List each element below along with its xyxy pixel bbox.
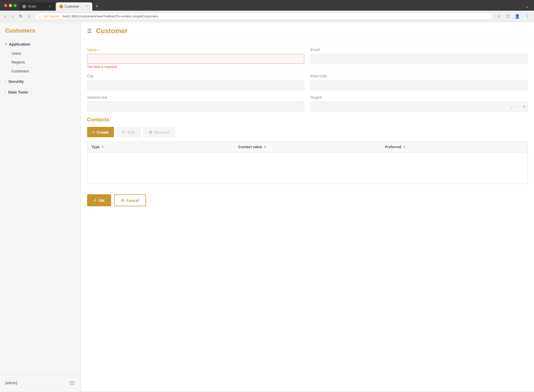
contacts-table: Type ⇅ Contact value ⇅ Preferred ⇅ <box>87 141 528 184</box>
profile-button[interactable]: 👤 <box>513 13 521 20</box>
address-label: Address line <box>87 95 304 99</box>
name-input[interactable] <box>87 54 304 64</box>
tab-order-close[interactable]: ✕ <box>47 4 52 9</box>
home-button[interactable]: ⌂ <box>27 13 32 20</box>
tab-order[interactable]: Order ✕ <box>19 2 55 11</box>
nav-group-security-header[interactable]: › Security <box>0 77 81 86</box>
bookmark-button[interactable]: ☆ <box>495 13 502 20</box>
new-tab-button[interactable]: + <box>93 2 101 11</box>
traffic-light-red[interactable] <box>4 4 7 7</box>
hamburger-button[interactable]: ☰ <box>87 28 92 34</box>
contacts-section-title: Contacts <box>87 117 528 123</box>
address-field: Address line <box>87 95 304 111</box>
sidebar-footer: [admin] ⊡ <box>0 374 81 391</box>
plus-icon: + <box>92 130 95 134</box>
remove-button[interactable]: 🗑 Remove <box>143 127 175 137</box>
name-email-row: Name The field is required Email <box>87 48 528 69</box>
edit-button-label: Edit <box>128 130 135 134</box>
region-clear-button[interactable]: ✕ <box>521 102 527 111</box>
back-button[interactable]: ‹ <box>3 13 8 20</box>
main-content: ☰ Customer Name The field is required Em… <box>81 22 534 391</box>
type-sort-icon: ⇅ <box>101 145 104 149</box>
cancel-button-label: Cancel <box>126 198 139 203</box>
ellipsis-icon: ··· <box>517 104 520 109</box>
region-input[interactable] <box>311 102 509 111</box>
region-dropdown-button[interactable]: ⌄ <box>509 102 515 111</box>
postcode-input[interactable] <box>311 80 528 90</box>
region-more-button[interactable]: ··· <box>515 102 521 111</box>
check-icon: ✓ <box>93 198 97 203</box>
users-label: Users <box>11 51 21 55</box>
contacts-toolbar: + Create ✏ Edit 🗑 Remove <box>87 127 528 137</box>
logout-button[interactable]: ⊡ <box>69 379 75 387</box>
page-header: ☰ Customer <box>81 22 534 40</box>
nav-group-security: › Security <box>0 77 81 86</box>
menu-button[interactable]: ⋮ <box>524 13 531 20</box>
edit-button[interactable]: ✏ Edit <box>117 127 140 137</box>
data-tools-chevron-icon: › <box>5 90 6 94</box>
traffic-light-green[interactable] <box>14 4 17 7</box>
region-label: Region <box>311 95 528 99</box>
region-input-wrapper: ⌄ ··· ✕ <box>311 102 528 111</box>
col-contact-value[interactable]: Contact value ⇅ <box>234 142 381 152</box>
sidebar-title: Customers <box>5 27 35 34</box>
ok-button-label: OK <box>99 198 105 203</box>
close-icon: ✕ <box>523 104 526 109</box>
email-label: Email <box>311 48 528 52</box>
address-input[interactable] <box>87 102 304 111</box>
application-chevron-icon: ▾ <box>5 42 7 46</box>
extensions-button[interactable]: ⬡ <box>504 13 511 20</box>
tab-customer-close[interactable]: ✕ <box>84 4 89 9</box>
name-field: Name The field is required <box>87 48 304 69</box>
page-title: Customer <box>96 27 128 35</box>
security-chevron-icon: › <box>5 80 6 83</box>
regions-label: Regions <box>11 60 25 64</box>
col-type-label: Type <box>92 145 100 149</box>
form-container: Name The field is required Email City Po… <box>81 40 534 218</box>
col-preferred[interactable]: Preferred ⇅ <box>381 142 527 152</box>
nav-group-application-header[interactable]: ▾ Application <box>0 39 81 49</box>
trash-icon: 🗑 <box>149 130 153 134</box>
col-preferred-label: Preferred <box>385 145 401 149</box>
col-type[interactable]: Type ⇅ <box>87 142 234 152</box>
sidebar-item-regions[interactable]: Regions <box>0 58 81 67</box>
nav-group-application: ▾ Application Users Regions Customers <box>0 39 81 76</box>
col-contact-value-label: Contact value <box>238 145 262 149</box>
traffic-light-yellow[interactable] <box>9 4 12 7</box>
tab-customer-label: Customer <box>65 4 79 8</box>
contact-value-sort-icon: ⇅ <box>264 145 266 149</box>
sidebar: Customers ▾ Application Users Regions Cu… <box>0 22 81 391</box>
forward-button[interactable]: › <box>10 13 15 20</box>
region-field: Region ⌄ ··· ✕ <box>311 95 528 111</box>
pencil-icon: ✏ <box>122 130 125 134</box>
tab-list-button[interactable]: ⌄ <box>523 2 531 10</box>
sidebar-item-users[interactable]: Users <box>0 49 81 58</box>
tab-customer[interactable]: Customer ✕ <box>56 2 92 11</box>
city-field: City <box>87 74 304 90</box>
name-error: The field is required <box>87 65 304 69</box>
address-bar[interactable]: ⚠ Not Secure host1:8081/customers/new?re… <box>35 13 493 20</box>
application-group-label: Application <box>9 42 30 46</box>
tab-order-label: Order <box>28 4 36 8</box>
table-body <box>87 152 527 184</box>
ok-button[interactable]: ✓ OK <box>87 194 111 206</box>
table-header: Type ⇅ Contact value ⇅ Preferred ⇅ <box>87 142 527 152</box>
cancel-icon: ⊘ <box>121 198 124 203</box>
remove-button-label: Remove <box>155 130 170 134</box>
city-label: City <box>87 74 304 78</box>
cancel-button[interactable]: ⊘ Cancel <box>114 194 146 206</box>
logout-icon: ⊡ <box>70 380 74 386</box>
customers-label: Customers <box>11 69 29 73</box>
reload-button[interactable]: ↻ <box>17 13 24 20</box>
sidebar-header: Customers <box>0 22 81 37</box>
nav-group-data-tools-header[interactable]: › Data Tools <box>0 87 81 97</box>
city-postcode-row: City Post code <box>87 74 528 90</box>
create-button[interactable]: + Create <box>87 127 114 137</box>
create-button-label: Create <box>97 130 109 134</box>
secure-warning: ⚠ <box>39 15 41 18</box>
sidebar-item-customers[interactable]: Customers <box>0 67 81 76</box>
name-label: Name <box>87 48 304 52</box>
email-input[interactable] <box>311 54 528 64</box>
order-favicon <box>22 5 26 8</box>
city-input[interactable] <box>87 80 304 90</box>
